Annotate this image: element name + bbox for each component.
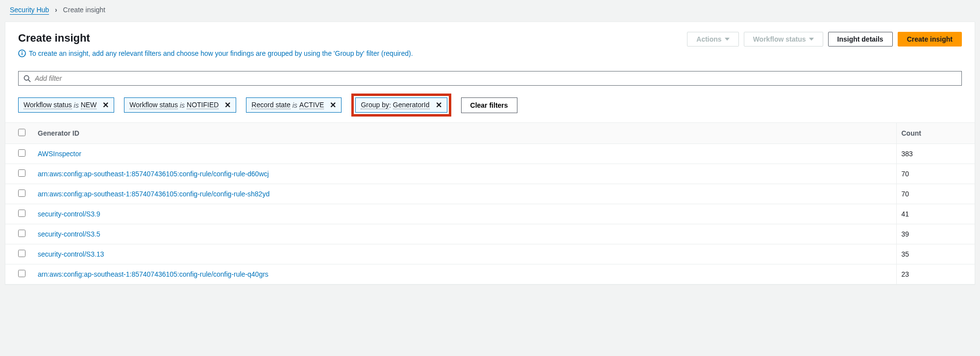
- chip-value: NOTIFIED: [187, 101, 219, 109]
- row-checkbox[interactable]: [18, 250, 25, 257]
- row-checkbox[interactable]: [18, 149, 25, 157]
- row-checkbox-cell: [5, 164, 33, 184]
- caret-down-icon: [809, 38, 814, 41]
- count-cell: 70: [896, 164, 975, 184]
- panel-header: Create insight To create an insight, add…: [5, 22, 975, 64]
- generator-id-link[interactable]: security-control/S3.9: [38, 210, 100, 218]
- create-insight-button[interactable]: Create insight: [898, 32, 962, 47]
- breadcrumb: Security Hub › Create insight: [0, 0, 980, 18]
- table-row: security-control/S3.941: [5, 204, 975, 224]
- row-checkbox[interactable]: [18, 190, 25, 197]
- caret-down-icon: [725, 38, 730, 41]
- row-checkbox[interactable]: [18, 169, 25, 177]
- chip-field: Workflow status: [24, 101, 72, 109]
- select-all-header: [5, 123, 33, 144]
- svg-point-1: [22, 51, 23, 52]
- generator-id-cell: security-control/S3.13: [33, 244, 896, 264]
- table-row: security-control/S3.539: [5, 224, 975, 244]
- generator-id-link[interactable]: security-control/S3.5: [38, 230, 100, 238]
- insight-details-button[interactable]: Insight details: [828, 32, 893, 47]
- generator-id-cell: arn:aws:config:ap-southeast-1:8574074361…: [33, 164, 896, 184]
- filter-chip[interactable]: Record state is ACTIVE ✕: [246, 97, 342, 113]
- row-checkbox-cell: [5, 184, 33, 204]
- count-cell: 23: [896, 264, 975, 285]
- column-header-count[interactable]: Count: [896, 123, 975, 144]
- row-checkbox[interactable]: [18, 230, 25, 237]
- actions-dropdown[interactable]: Actions: [687, 32, 738, 47]
- filter-input[interactable]: [35, 74, 956, 82]
- chip-remove-icon[interactable]: ✕: [224, 101, 231, 109]
- chip-field: Record state: [251, 101, 290, 109]
- row-checkbox[interactable]: [18, 210, 25, 217]
- panel-header-left: Create insight To create an insight, add…: [18, 32, 413, 57]
- chip-value: ACTIVE: [299, 101, 324, 109]
- svg-point-3: [24, 75, 28, 80]
- chip-remove-icon[interactable]: ✕: [330, 101, 336, 109]
- svg-rect-2: [22, 53, 23, 55]
- filter-chip[interactable]: Workflow status is NOTIFIED ✕: [124, 97, 236, 113]
- panel-header-actions: Actions Workflow status Insight details …: [687, 32, 962, 47]
- generator-id-link[interactable]: security-control/S3.13: [38, 250, 104, 258]
- generator-id-cell: security-control/S3.9: [33, 204, 896, 224]
- chip-field: Workflow status: [129, 101, 178, 109]
- chip-field: Group by: [361, 101, 389, 109]
- table-row: arn:aws:config:ap-southeast-1:8574074361…: [5, 264, 975, 285]
- generator-id-cell: arn:aws:config:ap-southeast-1:8574074361…: [33, 184, 896, 204]
- workflow-status-dropdown[interactable]: Workflow status: [744, 32, 823, 47]
- main-panel: Create insight To create an insight, add…: [5, 22, 975, 285]
- row-checkbox-cell: [5, 144, 33, 164]
- generator-id-cell: security-control/S3.5: [33, 224, 896, 244]
- count-cell: 39: [896, 224, 975, 244]
- info-text: To create an insight, add any relevant f…: [29, 49, 413, 57]
- column-header-generator-id[interactable]: Generator ID: [33, 123, 896, 144]
- table-row: AWSInspector383: [5, 144, 975, 164]
- info-message: To create an insight, add any relevant f…: [18, 49, 413, 57]
- select-all-checkbox[interactable]: [18, 129, 25, 136]
- groupby-chip[interactable]: Group by: GeneratorId ✕: [355, 97, 447, 113]
- chevron-right-icon: ›: [55, 6, 57, 14]
- generator-id-cell: arn:aws:config:ap-southeast-1:8574074361…: [33, 264, 896, 285]
- groupby-chip-highlight: Group by: GeneratorId ✕: [351, 94, 451, 117]
- generator-id-link[interactable]: arn:aws:config:ap-southeast-1:8574074361…: [38, 270, 269, 278]
- breadcrumb-current: Create insight: [63, 6, 105, 14]
- row-checkbox-cell: [5, 224, 33, 244]
- chip-remove-icon[interactable]: ✕: [102, 101, 109, 109]
- filter-chips-row: Workflow status is NEW ✕ Workflow status…: [18, 94, 962, 117]
- info-icon: [18, 49, 26, 57]
- results-table: Generator ID Count AWSInspector383arn:aw…: [5, 122, 975, 285]
- svg-line-4: [28, 79, 30, 81]
- count-cell: 70: [896, 184, 975, 204]
- filter-section: Workflow status is NEW ✕ Workflow status…: [5, 64, 975, 122]
- table-row: arn:aws:config:ap-southeast-1:8574074361…: [5, 184, 975, 204]
- count-cell: 41: [896, 204, 975, 224]
- chip-operator: is: [180, 101, 185, 109]
- generator-id-link[interactable]: AWSInspector: [38, 150, 81, 158]
- clear-filters-button[interactable]: Clear filters: [461, 97, 517, 113]
- count-cell: 383: [896, 144, 975, 164]
- count-cell: 35: [896, 244, 975, 264]
- table-row: security-control/S3.1335: [5, 244, 975, 264]
- page-title: Create insight: [18, 32, 413, 45]
- generator-id-cell: AWSInspector: [33, 144, 896, 164]
- chip-operator: is: [74, 101, 79, 109]
- chip-operator: is: [293, 101, 297, 109]
- generator-id-link[interactable]: arn:aws:config:ap-southeast-1:8574074361…: [38, 170, 269, 178]
- row-checkbox-cell: [5, 264, 33, 285]
- chip-value: NEW: [81, 101, 97, 109]
- chip-remove-icon[interactable]: ✕: [436, 101, 442, 109]
- filter-input-wrapper[interactable]: [18, 71, 962, 86]
- row-checkbox[interactable]: [18, 270, 25, 277]
- actions-label: Actions: [696, 35, 721, 43]
- workflow-label: Workflow status: [753, 35, 806, 43]
- search-icon: [24, 75, 31, 82]
- table-row: arn:aws:config:ap-southeast-1:8574074361…: [5, 164, 975, 184]
- breadcrumb-root-link[interactable]: Security Hub: [10, 6, 49, 15]
- row-checkbox-cell: [5, 204, 33, 224]
- filter-chip[interactable]: Workflow status is NEW ✕: [18, 97, 114, 113]
- chip-value: GeneratorId: [393, 101, 430, 109]
- generator-id-link[interactable]: arn:aws:config:ap-southeast-1:8574074361…: [38, 190, 270, 198]
- row-checkbox-cell: [5, 244, 33, 264]
